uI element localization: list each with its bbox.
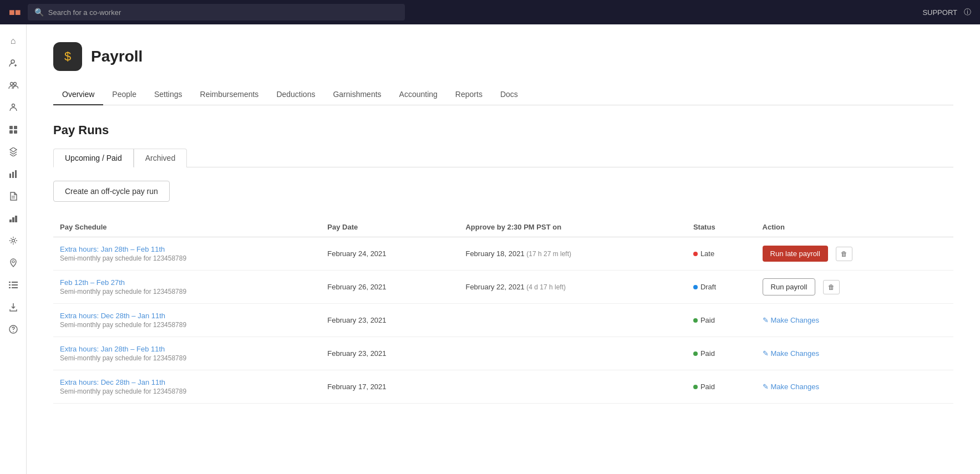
pay-schedule-link[interactable]: Extra hours: Jan 28th – Feb 11th <box>60 345 165 353</box>
pay-schedule-sub: Semi-monthly pay schedule for 123458789 <box>60 321 314 329</box>
pay-schedule-cell: Extra hours: Dec 28th – Jan 11thSemi-mon… <box>53 304 321 337</box>
support-label: SUPPORT <box>922 8 957 17</box>
col-header-pay-date: Pay Date <box>321 217 459 237</box>
topbar-right: SUPPORT ⓘ <box>922 7 971 17</box>
pay-date-cell: February 26, 2021 <box>321 271 459 304</box>
people-icon[interactable] <box>3 75 23 95</box>
pay-schedule-link[interactable]: Feb 12th – Feb 27th <box>60 278 125 287</box>
help-icon[interactable]: ⓘ <box>964 7 971 17</box>
svg-rect-20 <box>9 282 11 283</box>
pay-schedule-cell: Extra hours: Dec 28th – Jan 11thSemi-mon… <box>53 370 321 404</box>
search-bar[interactable]: 🔍 <box>28 4 405 21</box>
approve-by-cell: February 22, 2021 (4 d 17 h left) <box>459 271 686 304</box>
download-icon[interactable] <box>3 297 23 317</box>
make-changes-button[interactable]: ✎ Make Changes <box>763 349 819 358</box>
apps-grid-icon[interactable] <box>3 120 23 140</box>
col-header-pay-schedule: Pay Schedule <box>53 217 321 237</box>
tab-reimbursements[interactable]: Reimbursements <box>191 84 268 105</box>
edit-icon: ✎ <box>763 316 769 324</box>
list-icon[interactable] <box>3 275 23 295</box>
document-icon[interactable] <box>3 186 23 206</box>
tab-people[interactable]: People <box>103 84 145 105</box>
pay-date-cell: February 23, 2021 <box>321 304 459 337</box>
status-text: Paid <box>700 316 715 324</box>
question-icon[interactable] <box>3 319 23 339</box>
bar-chart-icon[interactable] <box>3 208 23 228</box>
svg-rect-8 <box>9 130 13 134</box>
delete-button[interactable]: 🗑 <box>823 280 840 294</box>
sub-tabs: Upcoming / Paid Archived <box>53 149 953 167</box>
chart-bar-icon[interactable] <box>3 164 23 184</box>
status-text: Paid <box>700 349 715 358</box>
table-header-row: Pay Schedule Pay Date Approve by 2:30 PM… <box>53 217 953 237</box>
search-icon: 🔍 <box>34 8 44 17</box>
pay-runs-section: Pay Runs Upcoming / Paid Archived Create… <box>53 123 953 404</box>
pay-schedule-sub: Semi-monthly pay schedule for 123458789 <box>60 388 314 395</box>
table-row: Extra hours: Jan 28th – Feb 11thSemi-mon… <box>53 237 953 271</box>
tab-accounting[interactable]: Accounting <box>390 84 446 105</box>
tab-overview[interactable]: Overview <box>53 84 103 105</box>
status-dot <box>693 385 698 389</box>
pay-schedule-link[interactable]: Extra hours: Dec 28th – Jan 11th <box>60 378 165 386</box>
svg-rect-9 <box>14 130 17 134</box>
pay-schedule-sub: Semi-monthly pay schedule for 123458789 <box>60 354 314 362</box>
edit-icon: ✎ <box>763 349 769 358</box>
svg-rect-24 <box>9 287 11 288</box>
time-left-badge: (4 d 17 h left) <box>526 283 566 291</box>
pay-runs-table: Pay Schedule Pay Date Approve by 2:30 PM… <box>53 217 953 404</box>
svg-rect-7 <box>14 126 17 129</box>
svg-point-18 <box>12 239 14 242</box>
pay-schedule-sub: Semi-monthly pay schedule for 123458789 <box>60 254 314 262</box>
tab-settings[interactable]: Settings <box>145 84 191 105</box>
status-dot <box>693 252 698 256</box>
subtab-upcoming-paid[interactable]: Upcoming / Paid <box>53 149 134 167</box>
tab-docs[interactable]: Docs <box>491 84 527 105</box>
person-add-icon[interactable] <box>3 53 23 73</box>
subtab-archived[interactable]: Archived <box>134 149 187 167</box>
create-off-cycle-button[interactable]: Create an off-cycle pay run <box>53 181 170 202</box>
approve-by-cell <box>459 370 686 404</box>
table-row: Extra hours: Dec 28th – Jan 11thSemi-mon… <box>53 370 953 404</box>
pay-schedule-sub: Semi-monthly pay schedule for 123458789 <box>60 288 314 295</box>
tab-deductions[interactable]: Deductions <box>267 84 324 105</box>
tab-garnishments[interactable]: Garnishments <box>324 84 390 105</box>
delete-button[interactable]: 🗑 <box>836 247 852 261</box>
col-header-status: Status <box>687 217 756 237</box>
group-icon[interactable] <box>3 98 23 118</box>
app-header: $ Payroll <box>53 42 953 71</box>
svg-rect-25 <box>12 287 18 288</box>
table-row: Extra hours: Jan 28th – Feb 11thSemi-mon… <box>53 337 953 370</box>
status-cell: Late <box>687 237 756 271</box>
pay-schedule-cell: Extra hours: Jan 28th – Feb 11thSemi-mon… <box>53 337 321 370</box>
col-header-action: Action <box>756 217 953 237</box>
svg-rect-17 <box>15 216 17 222</box>
app-logo: ■■ <box>9 7 21 18</box>
status-dot <box>693 351 698 356</box>
home-icon[interactable]: ⌂ <box>3 31 23 51</box>
tab-reports[interactable]: Reports <box>446 84 491 105</box>
action-cell: ✎ Make Changes <box>756 337 953 370</box>
svg-rect-12 <box>15 170 17 178</box>
status-dot <box>693 285 698 289</box>
pay-runs-title: Pay Runs <box>53 123 953 137</box>
layers-icon[interactable] <box>3 142 23 162</box>
approve-by-cell <box>459 304 686 337</box>
svg-rect-6 <box>9 126 13 129</box>
main-content: $ Payroll Overview People Settings Reimb… <box>27 24 980 474</box>
run-late-payroll-button[interactable]: Run late payroll <box>763 246 828 262</box>
make-changes-button[interactable]: ✎ Make Changes <box>763 316 819 324</box>
svg-rect-22 <box>9 284 11 286</box>
search-input[interactable] <box>48 8 398 17</box>
pay-schedule-link[interactable]: Extra hours: Jan 28th – Feb 11th <box>60 245 165 253</box>
svg-point-3 <box>10 83 13 85</box>
location-pin-icon[interactable] <box>3 253 23 273</box>
make-changes-button[interactable]: ✎ Make Changes <box>763 383 819 391</box>
gear-icon[interactable] <box>3 231 23 251</box>
run-payroll-button[interactable]: Run payroll <box>763 278 816 295</box>
svg-rect-21 <box>12 282 18 283</box>
pay-schedule-link[interactable]: Extra hours: Dec 28th – Jan 11th <box>60 312 165 320</box>
action-cell: Run late payroll🗑 <box>756 237 953 271</box>
svg-rect-16 <box>12 217 14 222</box>
svg-rect-11 <box>12 172 14 178</box>
nav-tabs: Overview People Settings Reimbursements … <box>53 84 953 105</box>
